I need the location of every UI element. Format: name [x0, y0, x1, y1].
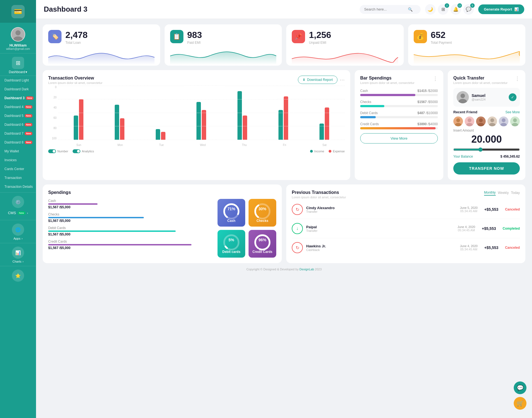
- transaction-list: ↻ Cindy Alexandro Transfer June 5, 2020 …: [292, 200, 520, 257]
- friend-avatar-6[interactable]: [510, 116, 520, 126]
- main-grid: Transaction Overview Lorem ipsum dolor s…: [43, 70, 525, 180]
- contact-name: Samuel: [472, 93, 485, 98]
- legend-analytics: Analytics: [73, 149, 94, 153]
- sidebar-item-dashboard-7[interactable]: Dashboard 7 New: [0, 129, 36, 138]
- sidebar-item-my-wallet[interactable]: My Wallet: [0, 147, 36, 156]
- grid-icon-btn[interactable]: ⊞ 2: [438, 4, 448, 15]
- cms-label-row[interactable]: CMS New ›: [0, 209, 36, 217]
- contact-check-icon: ✓: [509, 93, 516, 101]
- download-report-button[interactable]: ⬇ Download Report: [298, 76, 337, 84]
- new-badge: New: [26, 96, 34, 100]
- spending-credit-label: Credit Cards: [360, 122, 379, 126]
- total-loan-wave: [48, 49, 155, 65]
- amount-slider[interactable]: [453, 147, 520, 152]
- friend-avatar-2[interactable]: [465, 116, 474, 126]
- apps-label-row[interactable]: Apps ›: [14, 237, 23, 240]
- tx-status-3: Canceled: [505, 246, 520, 250]
- unpaid-emi-label: Unpaid EMI: [309, 41, 331, 45]
- cms-gear-icon[interactable]: ⚙️: [12, 196, 24, 208]
- sidebar-item-transaction[interactable]: Transaction: [0, 173, 36, 182]
- sidebar-item-dashboard-light[interactable]: Dashboard Light: [0, 76, 36, 85]
- sidebar-item-dashboard-8[interactable]: Dashboard 8 New: [0, 138, 36, 147]
- transfer-now-button[interactable]: TRANSFER NOW: [453, 162, 520, 175]
- sidebar-item-dashboard-6[interactable]: Dashboard 6 New: [0, 120, 36, 129]
- message-icon-btn[interactable]: 💬 5: [463, 4, 474, 15]
- spendings-cash-bar: [48, 203, 98, 205]
- spending-item-debit: Debit Cards $487 /$10000: [360, 111, 438, 118]
- apps-icon[interactable]: 🌐: [12, 224, 24, 236]
- moon-icon-btn[interactable]: 🌙: [425, 4, 436, 15]
- new-badge: New: [25, 141, 33, 144]
- donut-cash-chart: [222, 202, 241, 221]
- bar-pair-thu: [237, 91, 247, 140]
- friend-avatar-3[interactable]: [476, 116, 486, 126]
- tab-weekly[interactable]: Weekly: [498, 190, 509, 196]
- bar-spendings-title: Bar Spendings: [360, 76, 415, 81]
- donut-debit-card: 5% Debit cards: [218, 230, 245, 258]
- svg-point-13: [479, 118, 483, 122]
- sidebar-item-dashboard-3[interactable]: Dashboard 3 New: [0, 94, 36, 102]
- sidebar-item-dashboard-dark[interactable]: Dashboard Dark: [0, 85, 36, 94]
- float-cart-button[interactable]: 🛒: [514, 397, 526, 410]
- balance-row: Your Balance $ 456,345.62: [453, 155, 520, 158]
- contact-handle: @sam224: [472, 98, 485, 101]
- sidebar-apps-section: 🌐 Apps ›: [0, 220, 36, 242]
- new-badge: New: [25, 114, 33, 117]
- dashboard-menu-label[interactable]: Dashboard ▾: [9, 70, 27, 74]
- stat-card-unpaid-emi: 📌 1,256 Unpaid EMI: [286, 24, 404, 66]
- spendings-debit-item: Debit Cards $1,567 /$5,000: [48, 226, 208, 236]
- donut-cash-pct: 71%: [227, 207, 235, 211]
- star-icon[interactable]: ⭐: [12, 270, 24, 282]
- sidebar-charts-section: 📊 Charts ›: [0, 243, 36, 265]
- more-options-button[interactable]: ⋯: [340, 77, 345, 83]
- footer-brand-link[interactable]: DexignLab: [300, 268, 314, 271]
- svg-point-4: [461, 94, 465, 98]
- sidebar-item-invoices[interactable]: Invoices: [0, 156, 36, 165]
- search-icon[interactable]: 🔍: [408, 7, 413, 12]
- new-badge: New: [25, 105, 33, 109]
- total-payment-wave: [414, 49, 520, 65]
- stat-card-total-payment: 💰 652 Total Payment: [408, 24, 526, 66]
- sidebar-item-dashboard-5[interactable]: Dashboard 5 New: [0, 111, 36, 120]
- float-support-button[interactable]: 💬: [514, 381, 526, 394]
- bars-group: [58, 86, 345, 140]
- cms-new-badge: New: [18, 211, 25, 215]
- search-input[interactable]: [364, 7, 406, 11]
- spending-debit-label: Debit Cards: [360, 111, 378, 115]
- donut-credit-chart: [253, 233, 272, 252]
- donut-credit-pct: 96%: [259, 238, 266, 242]
- legend-analytics-toggle[interactable]: [73, 149, 80, 153]
- see-more-link[interactable]: See More: [505, 110, 520, 114]
- friend-avatar-5[interactable]: [499, 116, 508, 126]
- bell-icon-btn[interactable]: 🔔 12: [451, 4, 461, 15]
- sidebar-item-cards-center[interactable]: Cards Center: [0, 165, 36, 173]
- charts-icon[interactable]: 📊: [12, 247, 24, 259]
- tab-monthly[interactable]: Monthly: [484, 190, 496, 196]
- view-more-button[interactable]: View More: [360, 133, 438, 143]
- friend-avatar-1[interactable]: [453, 116, 463, 126]
- bar-red-thu: [243, 116, 247, 140]
- stat-cards-row: 🏷️ 2,478 Total Loan 📋 983: [43, 24, 525, 66]
- friend-avatar-4[interactable]: [487, 116, 497, 126]
- legend-number-toggle[interactable]: [48, 149, 56, 153]
- dashboard-grid-icon[interactable]: ⊞: [12, 57, 24, 69]
- spending-credit-bar: [360, 127, 436, 129]
- chart-bar-icon: 📊: [514, 7, 519, 11]
- paid-emi-value: 983: [187, 30, 202, 40]
- tab-today[interactable]: Today: [511, 190, 520, 196]
- charts-label-row[interactable]: Charts ›: [12, 260, 24, 263]
- sidebar-item-dashboard-4[interactable]: Dashboard 4 New: [0, 102, 36, 111]
- generate-report-button[interactable]: Generate Report 📊: [478, 4, 524, 14]
- transaction-overview-header: Transaction Overview Lorem ipsum dolor s…: [48, 76, 345, 84]
- cms-label: CMS: [8, 211, 16, 215]
- content-area: 🏷️ 2,478 Total Loan 📋 983: [36, 19, 532, 418]
- bar-spendings-items: Cash $1415 /$2000 Checks $1567 /$5000: [360, 89, 438, 129]
- bar-spendings-more-button[interactable]: ⋮: [433, 76, 438, 82]
- spending-item-cash: Cash $1415 /$2000: [360, 89, 438, 96]
- bar-red-fri: [284, 96, 288, 140]
- quick-transfer-more-button[interactable]: ⋮: [515, 76, 520, 82]
- main-content: Dashboard 3 🔍 🌙 ⊞ 2 🔔 12 💬 5 Generate Re…: [36, 0, 532, 418]
- bar-teal-thu: [237, 91, 242, 140]
- sidebar-item-transaction-details[interactable]: Transaction Details: [0, 182, 36, 191]
- bar-pair-mon: [115, 105, 124, 140]
